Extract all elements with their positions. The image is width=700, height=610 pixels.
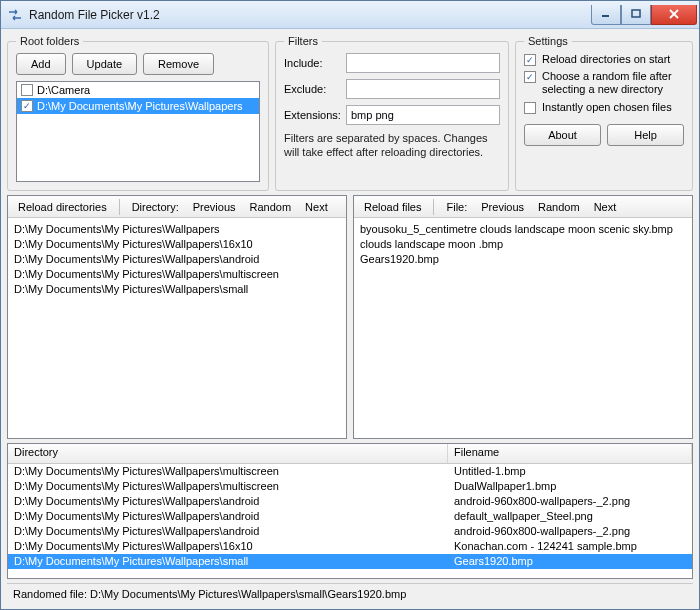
root-folder-path: D:\Camera	[37, 84, 90, 96]
maximize-button[interactable]	[621, 5, 651, 25]
help-button[interactable]: Help	[607, 124, 684, 146]
files-list[interactable]: byousoku_5_centimetre clouds landscape m…	[354, 218, 692, 438]
instant-open-checkbox[interactable]	[524, 102, 536, 114]
about-button[interactable]: About	[524, 124, 601, 146]
column-header-directory[interactable]: Directory	[8, 444, 448, 463]
cell-filename: Untitled-1.bmp	[448, 464, 692, 479]
directory-row[interactable]: D:\My Documents\My Pictures\Wallpapers\1…	[14, 237, 340, 252]
file-previous-button[interactable]: Previous	[475, 199, 530, 215]
file-row[interactable]: clouds landscape moon .bmp	[360, 237, 686, 252]
titlebar[interactable]: Random File Picker v1.2	[1, 1, 699, 29]
reload-files-button[interactable]: Reload files	[358, 199, 427, 215]
root-folders-group: Root folders Add Update Remove D:\Camera…	[7, 35, 269, 191]
settings-group: Settings ✓ Reload directories on start ✓…	[515, 35, 693, 191]
update-button[interactable]: Update	[72, 53, 137, 75]
include-input[interactable]	[346, 53, 500, 73]
cell-filename: default_wallpaper_Steel.png	[448, 509, 692, 524]
filters-hint: Filters are separated by spaces. Changes…	[284, 131, 500, 160]
include-label: Include:	[284, 57, 346, 69]
add-button[interactable]: Add	[16, 53, 66, 75]
dir-next-button[interactable]: Next	[299, 199, 334, 215]
root-folder-checkbox[interactable]: ✓	[21, 100, 33, 112]
dir-previous-button[interactable]: Previous	[187, 199, 242, 215]
cell-directory: D:\My Documents\My Pictures\Wallpapers\a…	[8, 494, 448, 509]
close-button[interactable]	[651, 5, 697, 25]
table-row[interactable]: D:\My Documents\My Pictures\Wallpapers\a…	[8, 509, 692, 524]
table-row[interactable]: D:\My Documents\My Pictures\Wallpapers\a…	[8, 494, 692, 509]
random-after-select-label: Choose a random file after selecting a n…	[542, 70, 684, 96]
files-panel: Reload files File: Previous Random Next …	[353, 195, 693, 439]
file-label: File:	[440, 199, 473, 215]
filters-legend: Filters	[284, 35, 322, 47]
dir-random-button[interactable]: Random	[244, 199, 298, 215]
cell-directory: D:\My Documents\My Pictures\Wallpapers\m…	[8, 479, 448, 494]
window-title: Random File Picker v1.2	[29, 8, 591, 22]
instant-open-label: Instantly open chosen files	[542, 101, 672, 114]
directory-row[interactable]: D:\My Documents\My Pictures\Wallpapers\a…	[14, 252, 340, 267]
remove-button[interactable]: Remove	[143, 53, 214, 75]
client-area: Root folders Add Update Remove D:\Camera…	[1, 29, 699, 609]
file-random-button[interactable]: Random	[532, 199, 586, 215]
minimize-button[interactable]	[591, 5, 621, 25]
cell-directory: D:\My Documents\My Pictures\Wallpapers\m…	[8, 464, 448, 479]
table-row[interactable]: D:\My Documents\My Pictures\Wallpapers\a…	[8, 524, 692, 539]
separator	[433, 199, 434, 215]
exclude-input[interactable]	[346, 79, 500, 99]
directory-row[interactable]: D:\My Documents\My Pictures\Wallpapers\s…	[14, 282, 340, 297]
table-row[interactable]: D:\My Documents\My Pictures\Wallpapers\s…	[8, 554, 692, 569]
results-table-body[interactable]: D:\My Documents\My Pictures\Wallpapers\m…	[8, 464, 692, 578]
cell-directory: D:\My Documents\My Pictures\Wallpapers\1…	[8, 539, 448, 554]
cell-filename: DualWallpaper1.bmp	[448, 479, 692, 494]
cell-directory: D:\My Documents\My Pictures\Wallpapers\a…	[8, 509, 448, 524]
extensions-label: Extensions:	[284, 109, 346, 121]
filters-group: Filters Include: Exclude: Extensions: Fi…	[275, 35, 509, 191]
reload-on-start-checkbox[interactable]: ✓	[524, 54, 536, 66]
file-row[interactable]: Gears1920.bmp	[360, 252, 686, 267]
app-icon	[7, 7, 23, 23]
reload-on-start-label: Reload directories on start	[542, 53, 670, 66]
reload-directories-button[interactable]: Reload directories	[12, 199, 113, 215]
results-table: Directory Filename D:\My Documents\My Pi…	[7, 443, 693, 579]
table-row[interactable]: D:\My Documents\My Pictures\Wallpapers\m…	[8, 464, 692, 479]
svg-rect-1	[632, 10, 640, 17]
cell-filename: Konachan.com - 124241 sample.bmp	[448, 539, 692, 554]
root-folder-path: D:\My Documents\My Pictures\Wallpapers	[37, 100, 243, 112]
column-header-filename[interactable]: Filename	[448, 444, 692, 463]
cell-filename: android-960x800-wallpapers-_2.png	[448, 494, 692, 509]
root-folders-legend: Root folders	[16, 35, 83, 47]
root-folders-list[interactable]: D:\Camera✓D:\My Documents\My Pictures\Wa…	[16, 81, 260, 182]
cell-directory: D:\My Documents\My Pictures\Wallpapers\a…	[8, 524, 448, 539]
directory-row[interactable]: D:\My Documents\My Pictures\Wallpapers\m…	[14, 267, 340, 282]
table-row[interactable]: D:\My Documents\My Pictures\Wallpapers\1…	[8, 539, 692, 554]
root-folder-checkbox[interactable]	[21, 84, 33, 96]
table-row[interactable]: D:\My Documents\My Pictures\Wallpapers\m…	[8, 479, 692, 494]
directories-list[interactable]: D:\My Documents\My Pictures\WallpapersD:…	[8, 218, 346, 438]
file-next-button[interactable]: Next	[588, 199, 623, 215]
directories-panel: Reload directories Directory: Previous R…	[7, 195, 347, 439]
exclude-label: Exclude:	[284, 83, 346, 95]
root-folder-item[interactable]: D:\Camera	[17, 82, 259, 98]
cell-filename: android-960x800-wallpapers-_2.png	[448, 524, 692, 539]
cell-directory: D:\My Documents\My Pictures\Wallpapers\s…	[8, 554, 448, 569]
separator	[119, 199, 120, 215]
file-row[interactable]: byousoku_5_centimetre clouds landscape m…	[360, 222, 686, 237]
directory-label: Directory:	[126, 199, 185, 215]
app-window: Random File Picker v1.2 Root folders Add…	[0, 0, 700, 610]
random-after-select-checkbox[interactable]: ✓	[524, 71, 536, 83]
cell-filename: Gears1920.bmp	[448, 554, 692, 569]
directory-row[interactable]: D:\My Documents\My Pictures\Wallpapers	[14, 222, 340, 237]
root-folder-item[interactable]: ✓D:\My Documents\My Pictures\Wallpapers	[17, 98, 259, 114]
settings-legend: Settings	[524, 35, 572, 47]
status-text: Randomed file: D:\My Documents\My Pictur…	[13, 588, 406, 600]
extensions-input[interactable]	[346, 105, 500, 125]
statusbar: Randomed file: D:\My Documents\My Pictur…	[7, 583, 693, 603]
